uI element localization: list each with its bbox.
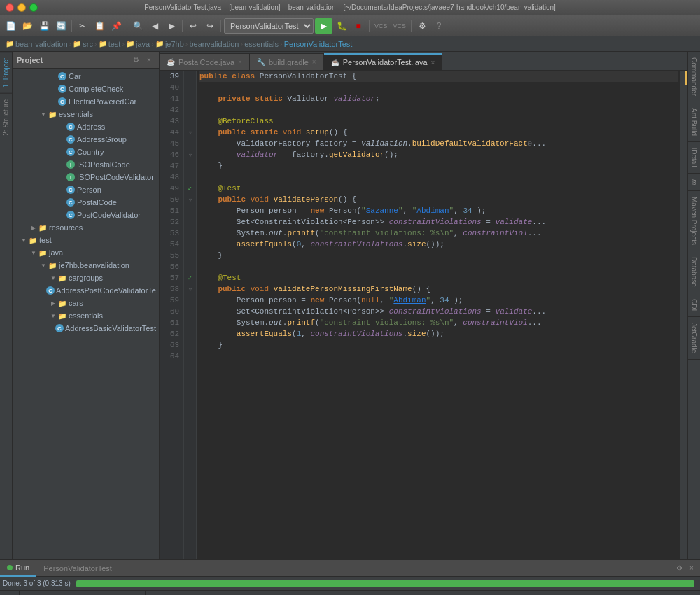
tab-postalcode[interactable]: ☕ PostalCode.java × [160, 53, 250, 70]
gutter-42 [184, 104, 196, 115]
sidebar-tab-project[interactable]: 1: Project [0, 52, 12, 93]
right-tab-idetail[interactable]: iDetail [688, 142, 700, 174]
sidebar-tab-structure[interactable]: 2: Structure [0, 93, 12, 141]
expand-icon [49, 324, 55, 332]
toolbar-save[interactable]: 💾 [36, 18, 52, 34]
code-editor[interactable]: 39 40 41 42 43 44 45 46 47 48 49 50 51 5… [160, 71, 687, 559]
test-suite-item[interactable]: ● ▼ PersonValidatorTest (je... [20, 591, 145, 595]
toolbar-find[interactable]: 🔍 [130, 18, 146, 34]
tree-item-postalcode[interactable]: C PostalCode [13, 196, 159, 209]
close-button[interactable] [6, 4, 14, 12]
help-button[interactable]: ? [431, 18, 447, 34]
stop-button[interactable]: ■ [351, 18, 366, 34]
tab-close-btn[interactable]: × [312, 58, 316, 66]
tree-item-isopostalcode[interactable]: I ISOPostalCode [13, 158, 159, 171]
class-icon: C [66, 122, 76, 132]
code-line-53: System.out.printf("constraint violations… [200, 227, 678, 239]
tab-personvalidatortest[interactable]: ☕ PersonValidatorTest.java × [324, 53, 443, 70]
code-line-64 [200, 351, 678, 362]
bottom-panel: Run PersonValidatorTest ⚙ × Done: 3 of 3… [0, 559, 700, 595]
run-button[interactable]: ▶ [315, 18, 332, 34]
toolbar-back[interactable]: ◀ [147, 18, 162, 34]
gutter-49: ✓ [184, 183, 196, 194]
right-tab-maven[interactable]: Maven Projects [688, 191, 700, 251]
breadcrumb-bean-validation[interactable]: bean-validation [15, 40, 68, 48]
tree-item-address[interactable]: C Address [13, 120, 159, 133]
class-icon: C [66, 134, 76, 144]
toolbar-paste[interactable]: 📌 [108, 18, 124, 34]
right-tab-cdi[interactable]: CDI [688, 293, 700, 317]
tree-item-completecheck[interactable]: C CompleteCheck [13, 83, 159, 95]
tree-label: AddressPostCodeValidatorTe [56, 286, 156, 295]
gutter-54 [184, 239, 196, 250]
toolbar-redo[interactable]: ↪ [202, 18, 218, 34]
run-config-select[interactable]: PersonValidatorTest [224, 18, 314, 34]
gutter-57: ✓ [184, 272, 196, 284]
tree-item-je7hb-beanvalidation[interactable]: ▼ 📁 je7hb.beanvalidation [13, 259, 159, 272]
breadcrumb-je7hb[interactable]: je7hb [165, 40, 184, 48]
code-line-61: System.out.printf("constraint violations… [200, 317, 678, 328]
right-tab-commander[interactable]: Commander [688, 52, 700, 102]
code-content[interactable]: public class PersonValidatorTest { priva… [197, 71, 680, 559]
bottom-close-btn[interactable]: × [686, 563, 697, 574]
code-line-41: private static Validator validator; [200, 93, 678, 104]
toolbar-cut[interactable]: ✂ [75, 18, 90, 34]
toolbar-forward[interactable]: ▶ [164, 18, 179, 34]
tree-item-isopostcodevalidator[interactable]: I ISOPostCodeValidator [13, 171, 159, 183]
breadcrumb-java[interactable]: java [136, 40, 150, 48]
vcs2-button[interactable]: VCS [391, 18, 409, 34]
bottom-tab-run[interactable]: Run [0, 560, 36, 577]
maximize-button[interactable] [29, 4, 38, 12]
window-controls[interactable] [6, 4, 38, 12]
tree-item-cargroups[interactable]: ▼ 📁 cargroups [13, 272, 159, 284]
toolbar-undo[interactable]: ↩ [186, 18, 201, 34]
tab-buildgradle[interactable]: 🔧 build.gradle × [250, 53, 324, 70]
editor-scrollbar[interactable] [680, 71, 687, 559]
right-tab-m[interactable]: m [688, 174, 700, 191]
main-toolbar: 📄 📂 💾 🔄 ✂ 📋 📌 🔍 ◀ ▶ ↩ ↪ PersonValidatorT… [0, 15, 700, 36]
right-tab-jetgradle[interactable]: JetGradle [688, 317, 700, 359]
bottom-settings-btn[interactable]: ⚙ [673, 563, 685, 574]
breadcrumb-src[interactable]: src [83, 40, 93, 48]
code-line-60: Set<ConstraintViolation<Person>> constra… [200, 306, 678, 317]
toolbar-sync[interactable]: 🔄 [53, 18, 69, 34]
tab-close-btn[interactable]: × [238, 58, 242, 66]
tree-item-postcodevalidator[interactable]: C PostCodeValidator [13, 209, 159, 221]
right-tab-database[interactable]: Database [688, 251, 700, 293]
tree-item-cars[interactable]: ▶ 📁 cars [13, 297, 159, 309]
tree-item-addressbasicvalidatortest[interactable]: C AddressBasicValidatorTest [13, 322, 159, 335]
right-tab-antbuild[interactable]: Ant Build [688, 102, 700, 142]
tree-label: PostCodeValidator [77, 211, 141, 219]
minimize-button[interactable] [18, 4, 26, 12]
progress-bar-fill [76, 580, 694, 587]
tree-item-car[interactable]: C Car [13, 70, 159, 83]
bottom-tab-personvalidatortest[interactable]: PersonValidatorTest [36, 560, 119, 577]
tree-item-electricpoweredcar[interactable]: C ElectricPoweredCar [13, 95, 159, 108]
code-line-58: public void validatePersonMissingFirstNa… [200, 284, 678, 295]
breadcrumb-person-validator-test[interactable]: PersonValidatorTest [284, 40, 353, 48]
tree-item-essentials-folder[interactable]: ▼ 📁 essentials [13, 108, 159, 120]
toolbar-new[interactable]: 📄 [3, 18, 18, 34]
debug-button[interactable]: 🐛 [334, 18, 349, 34]
tree-item-country[interactable]: C Country [13, 146, 159, 158]
toolbar-copy[interactable]: 📋 [92, 18, 107, 34]
vcs-button[interactable]: VCS [372, 18, 390, 34]
panel-close-btn[interactable]: × [144, 55, 155, 66]
tree-item-resources[interactable]: ▶ 📁 resources [13, 221, 159, 234]
line-num-43: 43 [160, 115, 183, 127]
tree-item-person[interactable]: C Person [13, 183, 159, 196]
toolbar-open[interactable]: 📂 [20, 18, 35, 34]
breadcrumb-test[interactable]: test [108, 40, 121, 48]
tree-item-test[interactable]: ▼ 📁 test [13, 234, 159, 246]
tree-item-java[interactable]: ▼ 📁 java [13, 246, 159, 259]
folder-icon: 📁 [48, 109, 57, 119]
settings-button[interactable]: ⚙ [414, 18, 430, 34]
tree-item-addresspostcodevalidatort[interactable]: C AddressPostCodeValidatorTe [13, 284, 159, 297]
breadcrumb-essentials[interactable]: essentials [244, 40, 279, 48]
tab-close-btn[interactable]: × [431, 59, 435, 66]
tree-item-addressgroup[interactable]: C AddressGroup [13, 133, 159, 146]
tree-item-essentials-test[interactable]: ▼ 📁 essentials [13, 309, 159, 322]
gutter-46: ▿ [184, 149, 196, 160]
panel-settings-btn[interactable]: ⚙ [130, 55, 141, 66]
breadcrumb-beanvalidation[interactable]: beanvalidation [190, 40, 239, 48]
